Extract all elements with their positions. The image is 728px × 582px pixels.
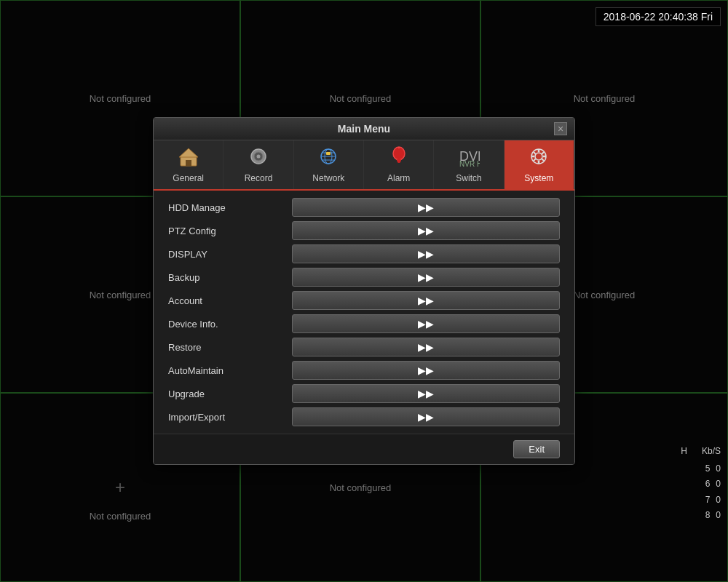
menu-import-export-btn[interactable]: ▶▶ bbox=[292, 407, 560, 426]
menu-device-info-label: Device Info. bbox=[168, 319, 285, 330]
menu-import-export-label: Import/Export bbox=[168, 412, 285, 423]
tab-record-label: Record bbox=[245, 173, 273, 183]
menu-hdd-label: HDD Manage bbox=[168, 202, 285, 213]
dialog-titlebar: Main Menu × bbox=[154, 118, 574, 140]
menu-row-backup: Backup ▶▶ bbox=[168, 268, 560, 287]
main-menu-dialog: Main Menu × General bbox=[153, 117, 575, 465]
tab-record[interactable]: Record bbox=[223, 140, 293, 189]
alarm-icon bbox=[388, 146, 410, 171]
menu-row-restore: Restore ▶▶ bbox=[168, 338, 560, 356]
menu-backup-label: Backup bbox=[168, 272, 285, 283]
menu-restore-btn[interactable]: ▶▶ bbox=[292, 338, 560, 356]
tab-alarm[interactable]: Alarm bbox=[364, 140, 434, 189]
tab-alarm-label: Alarm bbox=[387, 173, 410, 183]
svg-line-24 bbox=[534, 152, 536, 154]
svg-rect-14 bbox=[397, 161, 400, 163]
menu-display-label: DISPLAY bbox=[168, 249, 285, 260]
tab-switch-label: Switch bbox=[456, 173, 481, 183]
svg-line-27 bbox=[534, 159, 536, 161]
svg-rect-2 bbox=[186, 160, 191, 166]
tab-system[interactable]: System bbox=[505, 140, 574, 189]
dialog-close-button[interactable]: × bbox=[554, 122, 567, 135]
system-icon bbox=[528, 146, 550, 171]
tab-network-label: Network bbox=[312, 173, 344, 183]
tab-general[interactable]: General bbox=[154, 140, 223, 189]
svg-point-12 bbox=[393, 147, 405, 160]
svg-text:NVR HVR: NVR HVR bbox=[459, 160, 480, 167]
exit-button[interactable]: Exit bbox=[513, 440, 560, 458]
menu-restore-label: Restore bbox=[168, 342, 285, 353]
svg-rect-11 bbox=[326, 152, 331, 155]
record-icon bbox=[248, 146, 269, 171]
menu-row-display: DISPLAY ▶▶ bbox=[168, 244, 560, 263]
menu-device-info-btn[interactable]: ▶▶ bbox=[292, 314, 560, 333]
network-icon bbox=[317, 146, 339, 171]
menu-row-hdd: HDD Manage ▶▶ bbox=[168, 198, 560, 217]
menu-row-ptz: PTZ Config ▶▶ bbox=[168, 221, 560, 240]
tab-system-label: System bbox=[524, 173, 553, 183]
menu-row-account: Account ▶▶ bbox=[168, 291, 560, 310]
menu-content: HDD Manage ▶▶ PTZ Config ▶▶ DISPLAY ▶▶ B… bbox=[154, 191, 574, 434]
tab-bar: General Record bbox=[154, 140, 574, 191]
menu-automaintain-btn[interactable]: ▶▶ bbox=[292, 361, 560, 380]
menu-ptz-btn[interactable]: ▶▶ bbox=[292, 221, 560, 240]
menu-row-import-export: Import/Export ▶▶ bbox=[168, 407, 560, 426]
menu-automaintain-label: AutoMaintain bbox=[168, 365, 285, 376]
tab-general-label: General bbox=[173, 173, 204, 183]
svg-line-25 bbox=[542, 159, 545, 161]
menu-account-btn[interactable]: ▶▶ bbox=[292, 291, 560, 310]
menu-row-device-info: Device Info. ▶▶ bbox=[168, 314, 560, 333]
dialog-footer: Exit bbox=[154, 434, 574, 464]
menu-row-upgrade: Upgrade ▶▶ bbox=[168, 384, 560, 403]
dialog-overlay: Main Menu × General bbox=[0, 0, 728, 582]
menu-display-btn[interactable]: ▶▶ bbox=[292, 244, 560, 263]
svg-marker-1 bbox=[179, 148, 198, 157]
menu-backup-btn[interactable]: ▶▶ bbox=[292, 268, 560, 287]
menu-account-label: Account bbox=[168, 295, 285, 306]
menu-upgrade-label: Upgrade bbox=[168, 388, 285, 399]
menu-ptz-label: PTZ Config bbox=[168, 226, 285, 236]
general-icon bbox=[178, 147, 199, 171]
svg-line-26 bbox=[542, 152, 545, 154]
dialog-title: Main Menu bbox=[174, 123, 554, 135]
tab-switch[interactable]: DVR NVR HVR Switch bbox=[434, 140, 504, 189]
tab-network[interactable]: Network bbox=[294, 140, 364, 189]
menu-upgrade-btn[interactable]: ▶▶ bbox=[292, 384, 560, 403]
menu-hdd-btn[interactable]: ▶▶ bbox=[292, 198, 560, 217]
menu-row-automaintain: AutoMaintain ▶▶ bbox=[168, 361, 560, 380]
svg-point-19 bbox=[535, 153, 542, 160]
switch-icon: DVR NVR HVR bbox=[458, 146, 480, 171]
svg-point-5 bbox=[256, 155, 260, 159]
